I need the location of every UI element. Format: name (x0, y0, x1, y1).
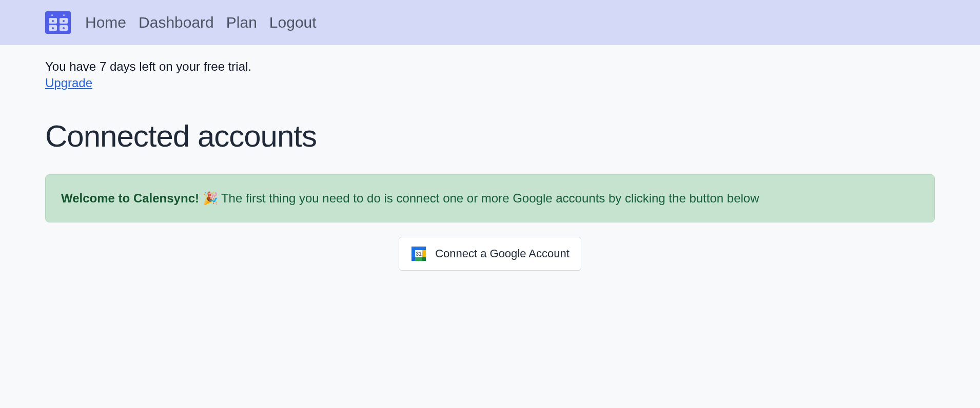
welcome-strong: Welcome to Calensync! (61, 191, 199, 205)
navbar: Home Dashboard Plan Logout (0, 0, 980, 45)
trial-message: You have 7 days left on your free trial. (45, 59, 935, 74)
app-logo-icon[interactable] (45, 11, 71, 34)
nav-link-plan[interactable]: Plan (226, 14, 257, 31)
svg-rect-6 (411, 257, 415, 261)
upgrade-link[interactable]: Upgrade (45, 76, 92, 90)
main-content: You have 7 days left on your free trial.… (0, 45, 980, 285)
svg-text:31: 31 (416, 251, 422, 257)
nav-link-dashboard[interactable]: Dashboard (139, 14, 214, 31)
nav-link-home[interactable]: Home (85, 14, 126, 31)
party-emoji-icon: 🎉 (203, 191, 218, 205)
nav-link-logout[interactable]: Logout (269, 14, 317, 31)
svg-rect-5 (422, 257, 426, 261)
connect-google-button[interactable]: 31 Connect a Google Account (399, 237, 581, 271)
svg-rect-7 (422, 247, 426, 250)
welcome-banner: Welcome to Calensync! 🎉 The first thing … (45, 174, 935, 222)
page-title: Connected accounts (45, 118, 935, 154)
google-calendar-icon: 31 (410, 246, 427, 262)
welcome-text: The first thing you need to do is connec… (218, 191, 759, 205)
connect-button-label: Connect a Google Account (435, 247, 570, 260)
